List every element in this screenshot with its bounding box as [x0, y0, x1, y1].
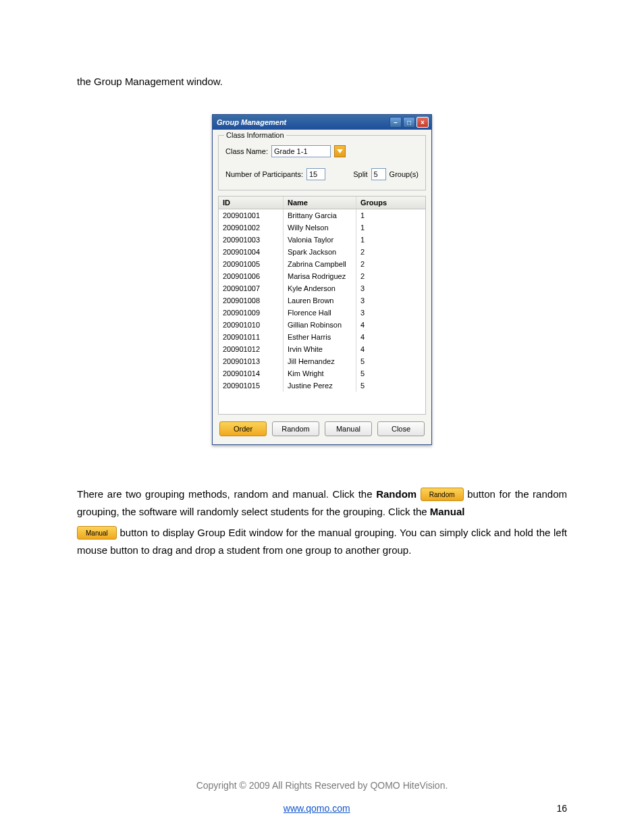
fieldset-legend: Class Information: [224, 131, 286, 139]
cell-id: 200901003: [219, 234, 284, 246]
cell-id: 200901010: [219, 319, 284, 331]
col-header-groups[interactable]: Groups: [356, 197, 425, 209]
maximize-icon[interactable]: □: [403, 117, 415, 128]
cell-id: 200901011: [219, 331, 284, 343]
copyright-footer: Copyright © 2009 All Rights Reserved by …: [0, 780, 644, 791]
cell-group: 4: [356, 319, 425, 331]
cell-name: Valonia Taylor: [284, 234, 356, 246]
intro-text: the Group Management window.: [77, 76, 567, 87]
qomo-link[interactable]: www.qomo.com: [284, 803, 350, 814]
cell-group: 3: [356, 307, 425, 319]
split-label: Split: [353, 170, 367, 178]
table-row[interactable]: 200901010Gillian Robinson4: [219, 319, 425, 331]
close-icon[interactable]: ×: [417, 117, 429, 128]
cell-name: Brittany Garcia: [284, 209, 356, 221]
page-number: 16: [556, 803, 567, 814]
cell-group: 1: [356, 221, 425, 234]
class-name-label: Class Name:: [225, 147, 268, 155]
table-row[interactable]: 200901014Kim Wright5: [219, 367, 425, 380]
random-button[interactable]: Random: [272, 421, 319, 436]
class-information-fieldset: Class Information Class Name: Number of …: [218, 135, 426, 190]
cell-name: Spark Jackson: [284, 246, 356, 258]
cell-name: Marisa Rodriguez: [284, 270, 356, 282]
cell-group: 1: [356, 209, 425, 221]
cell-group: 4: [356, 331, 425, 343]
table-row[interactable]: 200901013Jill Hernandez5: [219, 355, 425, 367]
window-title: Group Management: [215, 118, 286, 126]
svg-marker-0: [337, 149, 343, 153]
body-paragraph-2: Manual button to display Group Edit wind…: [77, 524, 567, 558]
cell-id: 200901002: [219, 221, 284, 234]
cell-id: 200901001: [219, 209, 284, 221]
num-participants-label: Number of Participants:: [225, 170, 303, 178]
cell-name: Kyle Anderson: [284, 282, 356, 294]
table-row[interactable]: 200901009Florence Hall3: [219, 307, 425, 319]
cell-group: 1: [356, 234, 425, 246]
table-row[interactable]: 200901008Lauren Brown3: [219, 294, 425, 307]
table-row[interactable]: 200901007Kyle Anderson3: [219, 282, 425, 294]
cell-group: 2: [356, 258, 425, 270]
cell-id: 200901013: [219, 355, 284, 367]
cell-group: 5: [356, 367, 425, 380]
cell-group: 2: [356, 246, 425, 258]
col-header-id[interactable]: ID: [219, 197, 284, 209]
table-row[interactable]: 200901001Brittany Garcia1: [219, 209, 425, 221]
chevron-down-icon: [337, 149, 343, 153]
cell-group: 5: [356, 355, 425, 367]
cell-name: Gillian Robinson: [284, 319, 356, 331]
close-button[interactable]: Close: [377, 421, 425, 436]
manual-button[interactable]: Manual: [325, 421, 372, 436]
minimize-icon[interactable]: –: [390, 117, 402, 128]
order-button[interactable]: Order: [219, 421, 267, 436]
cell-group: 3: [356, 294, 425, 307]
col-header-name[interactable]: Name: [284, 197, 356, 209]
random-inline-button: Random: [421, 488, 464, 501]
cell-group: 3: [356, 282, 425, 294]
cell-name: Lauren Brown: [284, 294, 356, 307]
table-row[interactable]: 200901006Marisa Rodriguez2: [219, 270, 425, 282]
class-name-dropdown-button[interactable]: [334, 145, 346, 157]
table-row[interactable]: 200901003Valonia Taylor1: [219, 234, 425, 246]
window-titlebar: Group Management – □ ×: [213, 115, 431, 130]
cell-id: 200901014: [219, 367, 284, 380]
cell-id: 200901007: [219, 282, 284, 294]
cell-group: 5: [356, 380, 425, 392]
cell-group: 2: [356, 270, 425, 282]
manual-inline-button: Manual: [77, 526, 117, 540]
body-paragraph-1: There are two grouping methods, random a…: [77, 486, 567, 520]
cell-name: Irvin White: [284, 343, 356, 355]
table-row[interactable]: 200901011Esther Harris4: [219, 331, 425, 343]
table-row[interactable]: 200901015Justine Perez5: [219, 380, 425, 392]
cell-id: 200901005: [219, 258, 284, 270]
table-row[interactable]: 200901005Zabrina Campbell2: [219, 258, 425, 270]
cell-id: 200901006: [219, 270, 284, 282]
cell-id: 200901009: [219, 307, 284, 319]
cell-id: 200901004: [219, 246, 284, 258]
cell-name: Florence Hall: [284, 307, 356, 319]
class-name-input[interactable]: [271, 145, 331, 157]
cell-name: Willy Nelson: [284, 221, 356, 234]
table-row[interactable]: 200901002Willy Nelson1: [219, 221, 425, 234]
cell-name: Jill Hernandez: [284, 355, 356, 367]
cell-group: 4: [356, 343, 425, 355]
cell-id: 200901015: [219, 380, 284, 392]
table-row[interactable]: 200901004Spark Jackson2: [219, 246, 425, 258]
participants-table: ID Name Groups 200901001Brittany Garcia1…: [218, 196, 426, 415]
group-management-window: Group Management – □ × Class Information…: [212, 114, 432, 445]
table-row[interactable]: 200901012Irvin White4: [219, 343, 425, 355]
cell-id: 200901012: [219, 343, 284, 355]
cell-name: Zabrina Campbell: [284, 258, 356, 270]
num-participants-input[interactable]: [306, 168, 325, 180]
cell-name: Kim Wright: [284, 367, 356, 380]
cell-name: Justine Perez: [284, 380, 356, 392]
groups-suffix-label: Group(s): [390, 170, 419, 178]
cell-id: 200901008: [219, 294, 284, 307]
cell-name: Esther Harris: [284, 331, 356, 343]
split-input[interactable]: [371, 168, 386, 180]
